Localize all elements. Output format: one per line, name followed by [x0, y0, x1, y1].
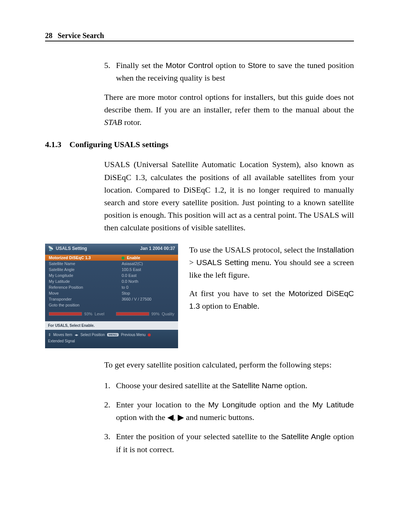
stab-paragraph: There are more motor control options for…: [104, 91, 354, 129]
usals-titlebar: 📡 USALS Setting Jan 1 2004 00:37: [45, 244, 178, 253]
body-text: To use the USALS protocol, select the: [189, 245, 317, 254]
signal-meters: 93% Level 99% Quality: [45, 308, 178, 318]
hint-select: Select Position: [81, 333, 105, 337]
side-para-1: To use the USALS protocol, select the In…: [189, 244, 354, 281]
ui-option-motor-control: Motor Control: [166, 61, 213, 70]
row-value: Stop: [122, 291, 174, 295]
green-dot-icon: [122, 257, 125, 260]
body-text: Enter your location to the: [116, 400, 208, 409]
row-value: 3660 / V / 27500: [122, 297, 174, 301]
running-head-title: Service Search: [58, 31, 104, 40]
row-label: Satellite Angle: [49, 267, 122, 272]
level-pct: 93%: [84, 312, 92, 316]
red-button-icon: [148, 333, 151, 336]
page-number: 28: [45, 31, 52, 40]
usals-screenshot: 📡 USALS Setting Jan 1 2004 00:37 Motoriz…: [45, 244, 178, 348]
ui-option-longitude: My Longitude: [208, 400, 256, 409]
help-strip: For USALS, Select Enable.: [45, 321, 178, 330]
updown-icon: ⇕: [48, 333, 51, 337]
steps-intro: To get every satellite position calculat…: [104, 359, 354, 371]
level-label: Level: [95, 312, 104, 316]
usals-row-satangle[interactable]: Satellite Angle 100.5 East: [45, 267, 178, 272]
sat-icon: 📡: [48, 246, 54, 251]
key-strip: ⇕ Moves Item ◂▸ Select Position MENU Pre…: [45, 330, 178, 348]
row-value: Enable: [122, 255, 174, 260]
row-label: Goto the position: [49, 303, 122, 307]
list-number: 2.: [104, 399, 110, 411]
row-label: Transponder: [49, 297, 122, 301]
list-number: 3.: [104, 430, 110, 443]
menu-pill: MENU: [107, 333, 119, 336]
usals-row-transponder[interactable]: Transponder 3660 / V / 27500: [45, 296, 178, 302]
step-3: 3. Enter the position of your selected s…: [104, 430, 354, 455]
ui-menu-usals-setting: USALS Setting: [197, 258, 249, 267]
ui-value-store: Store: [248, 61, 266, 70]
level-meter: 93% Level: [49, 312, 104, 316]
ui-option-latitude: My Latitude: [313, 400, 354, 409]
quality-pct: 99%: [151, 312, 160, 316]
body-text: .: [257, 301, 259, 311]
body-text: Choose your desired satellite at the: [116, 381, 232, 390]
list-number: 1.: [104, 379, 110, 392]
hint-prevmenu: Previous Menu: [121, 333, 146, 337]
usals-intro: USALS (Universal Satellite Automatic Loc…: [104, 158, 354, 234]
quality-meter: 99% Quality: [116, 312, 174, 316]
body-text: option to: [213, 61, 248, 70]
row-value: 0.0 North: [122, 279, 174, 284]
usals-row-goto[interactable]: Goto the position: [45, 302, 178, 308]
leftright-icon: ◂▸: [75, 333, 78, 337]
body-text: There are more motor control options for…: [104, 92, 354, 114]
body-text: ,: [174, 413, 178, 422]
step-2: 2. Enter your location to the My Longitu…: [104, 399, 354, 424]
body-text: option with the: [116, 413, 167, 422]
row-value: Asiasat2(C): [122, 261, 174, 266]
level-bar: [49, 312, 82, 316]
body-text: rotor.: [122, 118, 141, 127]
list-number: 5.: [104, 59, 110, 72]
quality-bar: [116, 312, 149, 316]
row-label: My Latitude: [49, 279, 122, 284]
continued-list-item-5: 5. Finally set the Motor Control option …: [104, 59, 354, 84]
usals-row-longitude[interactable]: My Longitude 0.0 East: [45, 272, 178, 278]
body-text: and numeric buttons.: [184, 413, 255, 422]
ui-option-satangle: Satellite Angle: [281, 432, 331, 441]
ui-menu-installation: Installation: [317, 245, 354, 254]
row-value: to 0: [122, 285, 174, 289]
row-value: 0.0 East: [122, 273, 174, 278]
usals-body: Motorized DiSEqC 1.3 Enable Satellite Na…: [45, 253, 178, 321]
usals-row-latitude[interactable]: My Latitude 0.0 North: [45, 278, 178, 284]
row-value: 100.5 East: [122, 267, 174, 272]
body-text: >: [189, 258, 197, 267]
section-number: 4.1.3: [45, 140, 61, 149]
usals-row-move[interactable]: Move Stop: [45, 290, 178, 296]
section-heading: 4.1.3 Configuring USALS settings: [45, 140, 354, 149]
section-title: Configuring USALS settings: [69, 140, 168, 149]
ui-value-enable: Enable: [233, 302, 257, 310]
body-text: Enter the position of your selected sate…: [116, 432, 281, 441]
usals-row-satname[interactable]: Satellite Name Asiasat2(C): [45, 261, 178, 267]
quality-label: Quality: [162, 312, 174, 316]
hint-extsignal: Extended Signal: [48, 339, 75, 343]
usals-ui-window: 📡 USALS Setting Jan 1 2004 00:37 Motoriz…: [45, 244, 178, 348]
stab-name: STAB: [104, 118, 122, 127]
row-label: Satellite Name: [49, 261, 122, 266]
row-label: Motorized DiSEqC 1.3: [49, 255, 122, 260]
body-text: option.: [283, 381, 307, 390]
running-header: 28 Service Search: [45, 31, 354, 41]
body-text: option to: [200, 301, 233, 311]
step-1: 1. Choose your desired satellite at the …: [104, 379, 354, 392]
body-text: At first you have to set the: [189, 289, 289, 298]
row-label: Move: [49, 291, 122, 295]
row-label: Reference Position: [49, 285, 122, 289]
right-arrow-icon: ▶: [178, 413, 184, 422]
row-label: My Longitude: [49, 273, 122, 278]
usals-row-motorized[interactable]: Motorized DiSEqC 1.3 Enable: [45, 255, 178, 261]
usals-row-refpos[interactable]: Reference Position to 0: [45, 284, 178, 290]
body-text: Finally set the: [116, 61, 166, 70]
ui-option-satname: Satellite Name: [232, 381, 283, 390]
hint-moves: Moves Item: [53, 333, 72, 337]
usals-date: Jan 1 2004 00:37: [140, 246, 175, 251]
side-para-2: At first you have to set the Motorized D…: [189, 287, 354, 312]
usals-title-text: USALS Setting: [56, 246, 87, 251]
left-arrow-icon: ◀: [167, 413, 174, 422]
